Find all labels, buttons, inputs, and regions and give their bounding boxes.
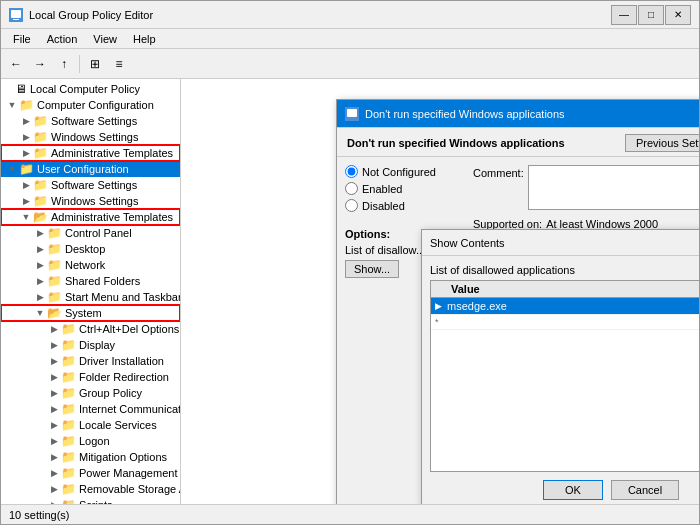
tree-item-computer-config[interactable]: ▼ 📁 Computer Configuration xyxy=(1,97,180,113)
folder-icon-mitigation: 📁 xyxy=(61,450,76,464)
radio-enabled-input[interactable] xyxy=(345,182,358,195)
radio-not-configured[interactable]: Not Configured xyxy=(345,165,465,178)
comment-textarea[interactable] xyxy=(528,165,699,210)
tree-item-local-computer[interactable]: 🖥 Local Computer Policy xyxy=(1,81,180,97)
toggle-group-policy: ▶ xyxy=(47,388,61,398)
tree-item-shared-folders[interactable]: ▶ 📁 Shared Folders xyxy=(1,273,180,289)
toggle-user-config: ▼ xyxy=(5,164,19,174)
tree-item-sw-settings-user[interactable]: ▶ 📁 Software Settings xyxy=(1,177,180,193)
tree-item-internet-comm[interactable]: ▶ 📁 Internet Communications xyxy=(1,401,180,417)
close-button[interactable]: ✕ xyxy=(665,5,691,25)
radio-disabled[interactable]: Disabled xyxy=(345,199,465,212)
toggle-control-panel: ▶ xyxy=(33,228,47,238)
tree-item-software-settings[interactable]: ▶ 📁 Software Settings xyxy=(1,113,180,129)
tree-item-display[interactable]: ▶ 📁 Display xyxy=(1,337,180,353)
sc-buttons: OK Cancel xyxy=(430,480,699,500)
toggle-removable-storage: ▶ xyxy=(47,484,61,494)
show-hide-button[interactable]: ⊞ xyxy=(84,53,106,75)
tree-label-user-config: User Configuration xyxy=(37,163,129,175)
folder-icon-folder-redirect: 📁 xyxy=(61,370,76,384)
radio-not-configured-label: Not Configured xyxy=(362,166,436,178)
row-indicator-0: ▶ xyxy=(435,301,447,311)
menu-help[interactable]: Help xyxy=(125,29,164,48)
toggle-start-menu: ▶ xyxy=(33,292,47,302)
sc-cancel-button[interactable]: Cancel xyxy=(611,480,679,500)
menu-action[interactable]: Action xyxy=(39,29,86,48)
sc-list-label: List of disallowed applications xyxy=(430,264,699,276)
folder-icon-win-settings-user: 📁 xyxy=(33,194,48,208)
main-window: Local Group Policy Editor — □ ✕ File Act… xyxy=(0,0,700,525)
menu-bar: File Action View Help xyxy=(1,29,699,49)
tree-item-admin-templates-comp[interactable]: ▶ 📁 Administrative Templates xyxy=(1,145,180,161)
radio-not-configured-input[interactable] xyxy=(345,165,358,178)
tree-label-start-menu: Start Menu and Taskbar xyxy=(65,291,181,303)
svg-rect-2 xyxy=(13,19,19,20)
radio-disabled-input[interactable] xyxy=(345,199,358,212)
row-value-0: msedge.exe xyxy=(447,300,699,312)
tree-label-windows-settings: Windows Settings xyxy=(51,131,138,143)
folder-icon-internet-comm: 📁 xyxy=(61,402,76,416)
sc-table-row-1[interactable]: * xyxy=(431,315,699,330)
show-button[interactable]: Show... xyxy=(345,260,399,278)
tree-item-driver-install[interactable]: ▶ 📁 Driver Installation xyxy=(1,353,180,369)
folder-icon-computer-config: 📁 xyxy=(19,98,34,112)
show-contents-dialog: Show Contents — □ ✕ List of disallowed a… xyxy=(421,229,699,504)
up-button[interactable]: ↑ xyxy=(53,53,75,75)
toggle-sw-settings-user: ▶ xyxy=(19,180,33,190)
folder-icon-driver-install: 📁 xyxy=(61,354,76,368)
tree-item-win-settings-user[interactable]: ▶ 📁 Windows Settings xyxy=(1,193,180,209)
title-bar-buttons: — □ ✕ xyxy=(611,5,691,25)
tree-item-scripts[interactable]: ▶ 📁 Scripts xyxy=(1,497,180,504)
status-bar: 10 setting(s) xyxy=(1,504,699,524)
tree-item-group-policy[interactable]: ▶ 📁 Group Policy xyxy=(1,385,180,401)
tree-item-windows-settings[interactable]: ▶ 📁 Windows Settings xyxy=(1,129,180,145)
menu-file[interactable]: File xyxy=(5,29,39,48)
tree-item-system[interactable]: ▼ 📂 System xyxy=(1,305,180,321)
tree-label-power-mgmt: Power Management xyxy=(79,467,177,479)
tree-item-desktop[interactable]: ▶ 📁 Desktop xyxy=(1,241,180,257)
minimize-button[interactable]: — xyxy=(611,5,637,25)
tree-label-admin-templates-user: Administrative Templates xyxy=(51,211,173,223)
properties-button[interactable]: ≡ xyxy=(108,53,130,75)
tree-item-mitigation[interactable]: ▶ 📁 Mitigation Options xyxy=(1,449,180,465)
back-button[interactable]: ← xyxy=(5,53,27,75)
folder-icon-sw-settings-user: 📁 xyxy=(33,178,48,192)
tree-item-control-panel[interactable]: ▶ 📁 Control Panel xyxy=(1,225,180,241)
previous-setting-button[interactable]: Previous Setting xyxy=(625,134,699,152)
toggle-admin-templates-comp: ▶ xyxy=(19,148,33,158)
tree-item-folder-redirect[interactable]: ▶ 📁 Folder Redirection xyxy=(1,369,180,385)
sc-table-row-0[interactable]: ▶ msedge.exe xyxy=(431,298,699,315)
main-content-panel: Don't run specified Windows applications… xyxy=(181,79,699,504)
toggle-shared-folders: ▶ xyxy=(33,276,47,286)
tree-item-ctrl-alt-del[interactable]: ▶ 📁 Ctrl+Alt+Del Options xyxy=(1,321,180,337)
tree-label-admin-templates-comp: Administrative Templates xyxy=(51,147,173,159)
maximize-button[interactable]: □ xyxy=(638,5,664,25)
sc-ok-button[interactable]: OK xyxy=(543,480,603,500)
settings-dialog-title-bar: Don't run specified Windows applications… xyxy=(337,100,699,128)
sc-table: Value ▶ msedge.exe * xyxy=(430,280,699,472)
radio-enabled-label: Enabled xyxy=(362,183,402,195)
menu-view[interactable]: View xyxy=(85,29,125,48)
toggle-desktop: ▶ xyxy=(33,244,47,254)
folder-icon-start-menu: 📁 xyxy=(47,290,62,304)
tree-label-software-settings: Software Settings xyxy=(51,115,137,127)
tree-item-admin-templates-user[interactable]: ▼ 📂 Administrative Templates xyxy=(1,209,180,225)
sc-header-value: Value xyxy=(451,283,480,295)
tree-item-locale-services[interactable]: ▶ 📁 Locale Services xyxy=(1,417,180,433)
forward-button[interactable]: → xyxy=(29,53,51,75)
tree-item-power-mgmt[interactable]: ▶ 📁 Power Management xyxy=(1,465,180,481)
toggle-ctrl-alt-del: ▶ xyxy=(47,324,61,334)
tree-item-network[interactable]: ▶ 📁 Network xyxy=(1,257,180,273)
folder-icon-group-policy: 📁 xyxy=(61,386,76,400)
tree-label-shared-folders: Shared Folders xyxy=(65,275,140,287)
toggle-display: ▶ xyxy=(47,340,61,350)
toggle-admin-templates-user: ▼ xyxy=(19,212,33,222)
tree-item-logon[interactable]: ▶ 📁 Logon xyxy=(1,433,180,449)
tree-item-removable-storage[interactable]: ▶ 📁 Removable Storage Acce... xyxy=(1,481,180,497)
radio-enabled[interactable]: Enabled xyxy=(345,182,465,195)
tree-label-control-panel: Control Panel xyxy=(65,227,132,239)
toggle-network: ▶ xyxy=(33,260,47,270)
tree-item-start-menu[interactable]: ▶ 📁 Start Menu and Taskbar xyxy=(1,289,180,305)
folder-icon-power-mgmt: 📁 xyxy=(61,466,76,480)
tree-item-user-config[interactable]: ▼ 📁 User Configuration xyxy=(1,161,180,177)
